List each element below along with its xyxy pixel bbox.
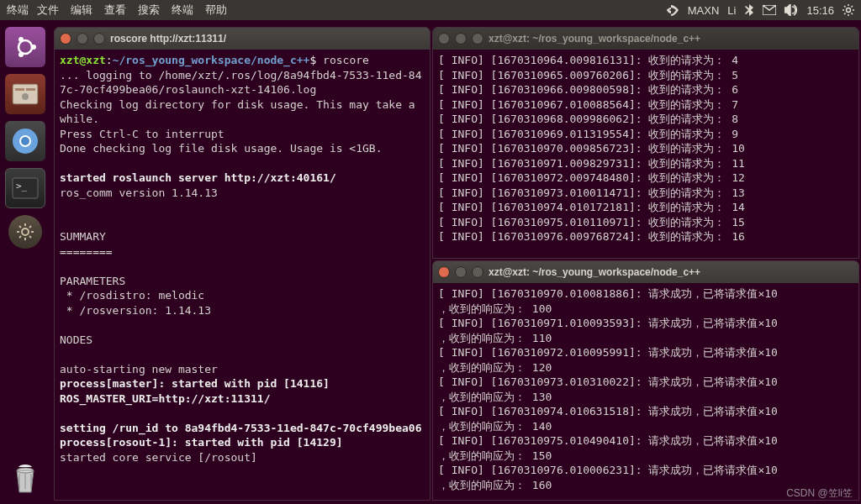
file-manager-icon xyxy=(12,83,39,105)
terminal-output[interactable]: xzt@xzt:~/ros_young_workspace/node_c++$ … xyxy=(55,50,430,468)
mail-icon[interactable] xyxy=(763,5,776,15)
status-tray: MAXN Li 15:16 xyxy=(666,3,854,17)
svg-point-0 xyxy=(847,8,851,13)
svg-point-1 xyxy=(18,40,32,54)
close-button[interactable] xyxy=(60,33,71,45)
launcher-terminal[interactable]: >_ xyxy=(5,168,45,208)
titlebar[interactable]: roscore http://xzt:11311/ xyxy=(55,28,430,50)
close-button[interactable] xyxy=(438,266,450,278)
volume-icon[interactable] xyxy=(784,4,798,16)
menu-group: 文件 编辑 查看 搜索 终端 帮助 xyxy=(37,3,227,18)
window-title: xzt@xzt: ~/ros_young_workspace/node_c++ xyxy=(489,266,700,278)
menu-edit[interactable]: 编辑 xyxy=(71,3,92,18)
svg-point-4 xyxy=(18,52,24,57)
menu-help[interactable]: 帮助 xyxy=(205,3,227,18)
svg-point-3 xyxy=(18,37,24,42)
menu-view[interactable]: 查看 xyxy=(104,3,126,18)
unity-launcher: >_ xyxy=(0,20,50,504)
launcher-files[interactable] xyxy=(5,74,45,114)
maximize-button[interactable] xyxy=(472,266,483,278)
svg-point-14 xyxy=(22,228,29,235)
menu-search[interactable]: 搜索 xyxy=(138,3,160,18)
clock[interactable]: 15:16 xyxy=(806,4,834,17)
active-app-title: 终端 xyxy=(7,3,29,18)
top-menu-bar: 终端 文件 编辑 查看 搜索 终端 帮助 MAXN Li 15:16 xyxy=(0,0,861,20)
maximize-button[interactable] xyxy=(93,33,105,45)
close-button[interactable] xyxy=(438,33,450,45)
settings-gear-icon[interactable] xyxy=(843,4,854,16)
svg-point-11 xyxy=(21,137,29,145)
ubuntu-icon xyxy=(13,34,38,60)
minimize-button[interactable] xyxy=(77,33,88,45)
terminal-output[interactable]: [ INFO] [1670310970.010081886]: 请求成功，已将请… xyxy=(433,283,858,496)
terminal-icon: >_ xyxy=(12,177,39,199)
window-title: xzt@xzt: ~/ros_young_workspace/node_c++ xyxy=(489,33,700,45)
terminal-window-client[interactable]: xzt@xzt: ~/ros_young_workspace/node_c++ … xyxy=(432,260,859,501)
power-mode-label[interactable]: MAXN xyxy=(688,4,720,17)
watermark: CSDN @笠li笠 xyxy=(786,486,853,501)
terminal-window-roscore[interactable]: roscore http://xzt:11311/ xzt@xzt:~/ros_… xyxy=(54,27,430,501)
svg-rect-6 xyxy=(15,88,24,91)
nvidia-icon xyxy=(666,3,679,17)
bluetooth-icon[interactable] xyxy=(744,4,754,16)
titlebar[interactable]: xzt@xzt: ~/ros_young_workspace/node_c++ xyxy=(433,261,858,283)
menu-file[interactable]: 文件 xyxy=(37,3,59,18)
terminal-output[interactable]: [ INFO] [1670310964.009816131]: 收到的请求为： … xyxy=(433,50,858,248)
gear-icon xyxy=(15,222,35,242)
launcher-chromium[interactable] xyxy=(5,121,45,161)
maximize-button[interactable] xyxy=(472,33,483,45)
svg-rect-7 xyxy=(26,88,35,91)
minimize-button[interactable] xyxy=(455,266,467,278)
launcher-trash[interactable] xyxy=(7,459,44,496)
trash-icon xyxy=(7,459,44,496)
minimize-button[interactable] xyxy=(455,33,467,45)
titlebar[interactable]: xzt@xzt: ~/ros_young_workspace/node_c++ xyxy=(433,28,858,50)
launcher-dash[interactable] xyxy=(5,27,45,67)
battery-label[interactable]: Li xyxy=(727,4,736,17)
launcher-settings[interactable] xyxy=(8,215,42,249)
menu-terminal[interactable]: 终端 xyxy=(172,3,193,18)
svg-text:>_: >_ xyxy=(16,181,28,192)
window-title: roscore http://xzt:11311/ xyxy=(110,33,226,45)
terminal-window-server[interactable]: xzt@xzt: ~/ros_young_workspace/node_c++ … xyxy=(432,27,859,259)
chromium-icon xyxy=(11,127,40,155)
svg-point-2 xyxy=(31,45,36,50)
svg-point-8 xyxy=(22,93,29,100)
